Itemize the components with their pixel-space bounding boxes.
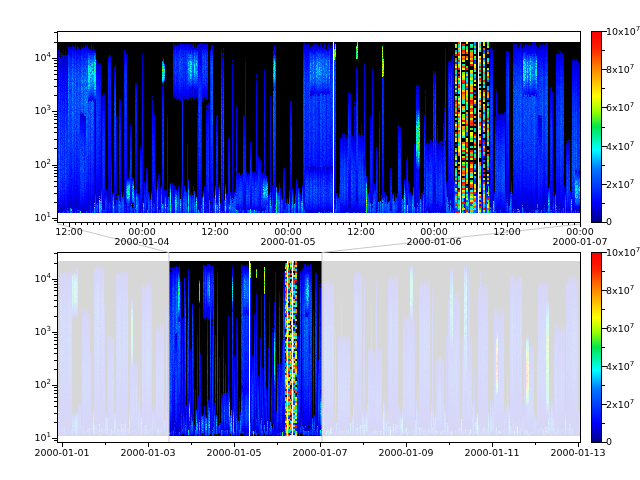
colorbar-tick-label-text: 4x10 — [606, 141, 630, 152]
colorbar-tick-label-text: 6x10 — [606, 102, 630, 113]
colorbar-tick-label: 0 — [606, 437, 612, 447]
y-tick-label-exponent: 4 — [47, 272, 51, 280]
colorbar-tick-label-exponent: 7 — [636, 25, 640, 33]
y-tick-label-text: 10 — [34, 212, 46, 223]
colorbar-tick-label: 0 — [606, 217, 612, 227]
x-tick-label-text: 2000-01-03 — [120, 447, 175, 458]
x-tick-label-text: 2000-01-13 — [550, 447, 605, 458]
colorbar-tick-label-text: 10x10 — [606, 26, 636, 37]
colorbar-tick-label: 8x107 — [606, 64, 634, 75]
y-tick-label: 101 — [3, 212, 51, 223]
colorbar-tick-label-text: 0 — [606, 216, 612, 227]
x-tick-label: 2000-01-01 — [34, 448, 89, 458]
colorbar-tick-label: 8x107 — [606, 285, 634, 296]
colorbar-tick-label-text: 6x10 — [606, 323, 630, 334]
colorbar-tick-label-text: 2x10 — [606, 399, 630, 410]
y-tick-label-exponent: 2 — [47, 158, 51, 166]
colorbar-tick-label-exponent: 7 — [630, 63, 634, 71]
y-tick-label-exponent: 3 — [47, 325, 51, 333]
colorbar-tick-label-exponent: 7 — [630, 398, 634, 406]
x-tick-label-text: 2000-01-01 — [34, 447, 89, 458]
colorbar-tick-label-exponent: 7 — [630, 101, 634, 109]
colorbar-tick-label-exponent: 7 — [636, 246, 640, 254]
colorbar-tick-label-exponent: 7 — [630, 140, 634, 148]
x-tick-label: 12:00 — [493, 227, 520, 237]
y-tick-label-exponent: 2 — [47, 378, 51, 386]
colorbar-tick-label-exponent: 7 — [630, 322, 634, 330]
x-tick-label-text: 2000-01-07 — [292, 447, 347, 458]
y-tick-label: 103 — [3, 105, 51, 116]
colorbar-tick-label-exponent: 7 — [630, 178, 634, 186]
y-tick-label-exponent: 1 — [47, 431, 51, 439]
tick-labels-layer: 12:0000:002000-01-0412:0000:002000-01-05… — [0, 0, 640, 480]
x-tick-label-text: 2000-01-09 — [378, 447, 433, 458]
y-tick-label-text: 10 — [34, 273, 46, 284]
x-tick-label-text: 12:00 — [201, 226, 228, 237]
x-date-label: 2000-01-07 — [552, 237, 607, 247]
colorbar-tick-label: 10x107 — [606, 26, 640, 37]
x-tick-label: 12:00 — [347, 227, 374, 237]
x-tick-label: 2000-01-05 — [206, 448, 261, 458]
x-tick-label-text: 2000-01-05 — [206, 447, 261, 458]
x-tick-label-text: 12:00 — [55, 226, 82, 237]
colorbar-tick-label-text: 4x10 — [606, 361, 630, 372]
y-tick-label: 103 — [3, 326, 51, 337]
y-tick-label-text: 10 — [34, 379, 46, 390]
x-tick-label: 2000-01-07 — [292, 448, 347, 458]
y-tick-label: 104 — [3, 52, 51, 63]
colorbar-tick-label: 2x107 — [606, 179, 634, 190]
x-date-label-text: 2000-01-04 — [114, 236, 169, 247]
y-tick-label-text: 10 — [34, 159, 46, 170]
x-date-label-text: 2000-01-07 — [552, 236, 607, 247]
spectrogram-figure: 12:0000:002000-01-0412:0000:002000-01-05… — [0, 0, 640, 480]
x-tick-label-text: 12:00 — [493, 226, 520, 237]
y-tick-label-exponent: 3 — [47, 104, 51, 112]
colorbar-tick-label-exponent: 7 — [630, 360, 634, 368]
y-tick-label-text: 10 — [34, 326, 46, 337]
x-tick-label: 2000-01-03 — [120, 448, 175, 458]
x-tick-label-text: 2000-01-11 — [464, 447, 519, 458]
x-date-label: 2000-01-05 — [260, 237, 315, 247]
colorbar-tick-label: 10x107 — [606, 247, 640, 258]
colorbar-tick-label: 6x107 — [606, 102, 634, 113]
x-date-label: 2000-01-04 — [114, 237, 169, 247]
x-tick-label: 12:00 — [55, 227, 82, 237]
x-tick-label: 2000-01-13 — [550, 448, 605, 458]
x-date-label-text: 2000-01-05 — [260, 236, 315, 247]
y-tick-label-exponent: 4 — [47, 51, 51, 59]
y-tick-label: 104 — [3, 273, 51, 284]
x-tick-label: 2000-01-09 — [378, 448, 433, 458]
colorbar-tick-label-text: 8x10 — [606, 285, 630, 296]
colorbar-tick-label-text: 0 — [606, 436, 612, 447]
y-tick-label-exponent: 1 — [47, 211, 51, 219]
colorbar-tick-label: 4x107 — [606, 361, 634, 372]
y-tick-label: 102 — [3, 379, 51, 390]
x-tick-label-text: 12:00 — [347, 226, 374, 237]
y-tick-label: 101 — [3, 432, 51, 443]
colorbar-tick-label-text: 10x10 — [606, 247, 636, 258]
colorbar-tick-label-exponent: 7 — [630, 284, 634, 292]
colorbar-tick-label-text: 2x10 — [606, 179, 630, 190]
y-tick-label-text: 10 — [34, 105, 46, 116]
y-tick-label-text: 10 — [34, 52, 46, 63]
x-date-label: 2000-01-06 — [406, 237, 461, 247]
colorbar-tick-label-text: 8x10 — [606, 64, 630, 75]
colorbar-tick-label: 2x107 — [606, 399, 634, 410]
colorbar-tick-label: 4x107 — [606, 141, 634, 152]
y-tick-label-text: 10 — [34, 432, 46, 443]
x-date-label-text: 2000-01-06 — [406, 236, 461, 247]
x-tick-label: 12:00 — [201, 227, 228, 237]
colorbar-tick-label: 6x107 — [606, 323, 634, 334]
y-tick-label: 102 — [3, 159, 51, 170]
x-tick-label: 2000-01-11 — [464, 448, 519, 458]
